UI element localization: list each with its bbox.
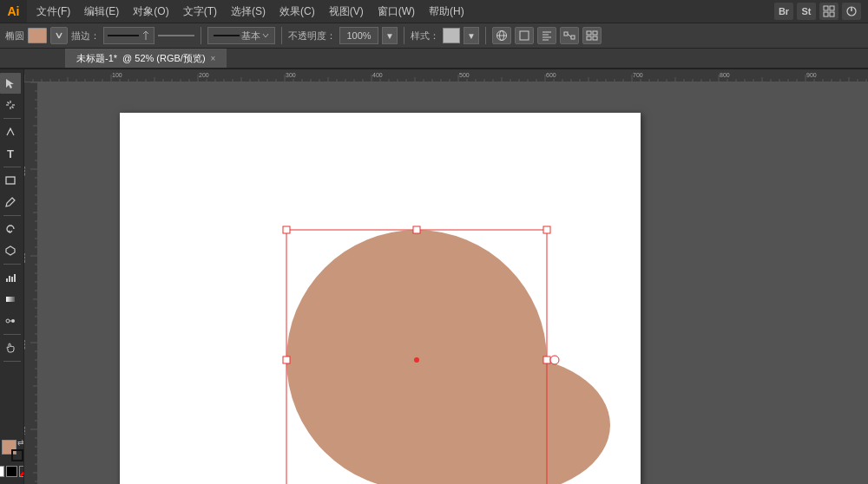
brush-tools (0, 192, 23, 213)
puppet-tools (0, 240, 23, 261)
menu-window[interactable]: 窗口(W) (372, 3, 421, 21)
svg-line-27 (8, 102, 10, 104)
selection-tool[interactable] (0, 73, 21, 94)
svg-point-48 (11, 319, 15, 323)
tab-bar: 未标题-1* @ 52% (RGB/预览) × (0, 49, 868, 69)
menu-file[interactable]: 文件(F) (30, 3, 76, 21)
gradient-eyedropper-tools (0, 289, 23, 310)
divider-1 (201, 27, 201, 44)
swap-colors-icon[interactable]: ⇄ (17, 438, 24, 447)
stroke-color-swatch[interactable] (11, 449, 23, 461)
transform-tools (0, 219, 23, 239)
default-stroke-swatch[interactable] (6, 466, 17, 477)
menu-bar: 文件(F) 编辑(E) 对象(O) 文字(T) 选择(S) 效果(C) 视图(V… (27, 0, 774, 23)
menu-effect[interactable]: 效果(C) (273, 3, 321, 21)
selection-tools (0, 73, 23, 94)
rect-outline-btn[interactable] (515, 27, 534, 44)
align-dist-btn[interactable] (560, 27, 579, 44)
svg-rect-20 (593, 31, 597, 35)
style-dropdown-btn[interactable]: ▼ (464, 27, 479, 44)
free-transform-tool[interactable] (0, 240, 21, 261)
svg-rect-40 (11, 277, 13, 282)
br-icon[interactable]: Br (774, 3, 793, 20)
svg-rect-16 (564, 32, 568, 36)
menu-object[interactable]: 对象(O) (127, 3, 174, 21)
svg-rect-19 (587, 31, 591, 35)
svg-text:900: 900 (806, 72, 817, 78)
fill-swatch[interactable] (28, 28, 47, 43)
basic-label: 基本 (241, 29, 260, 43)
svg-text:200: 200 (24, 252, 26, 263)
svg-rect-1 (830, 6, 834, 10)
magic-wand-tool[interactable] (0, 95, 21, 115)
basic-dropdown-icon (262, 32, 269, 39)
document-tab[interactable]: 未标题-1* @ 52% (RGB/预览) × (65, 49, 227, 68)
menu-edit[interactable]: 编辑(E) (78, 3, 125, 21)
menu-select[interactable]: 选择(S) (225, 3, 272, 21)
svg-text:200: 200 (199, 72, 209, 78)
divider-tools-5 (3, 334, 21, 335)
align-left-btn[interactable] (537, 27, 556, 44)
left-toolbar: T (0, 69, 24, 484)
blend-tools (0, 311, 23, 331)
type-tool[interactable]: T (0, 143, 21, 164)
canvas-area[interactable]: 100200300400500600700800900 100200300400… (24, 69, 868, 484)
svg-line-18 (568, 34, 571, 37)
menu-text[interactable]: 文字(T) (177, 3, 223, 21)
stroke-label: 描边： (71, 29, 100, 43)
options-bar: 椭圆 描边： 基本 不透明度： ▼ 样式： ▼ (0, 23, 868, 49)
svg-rect-0 (824, 6, 828, 10)
workspace-icon[interactable] (819, 3, 838, 20)
opacity-input[interactable] (339, 27, 378, 44)
rotate-tool[interactable] (0, 219, 21, 239)
svg-text:100: 100 (112, 72, 122, 78)
tab-close-btn[interactable]: × (211, 54, 216, 63)
globe-icon-btn[interactable] (492, 27, 511, 44)
title-bar: Ai 文件(F) 编辑(E) 对象(O) 文字(T) 选择(S) 效果(C) 视… (0, 0, 868, 23)
hand-tool[interactable] (0, 337, 21, 358)
tab-subtitle: @ 52% (RGB/预览) (122, 52, 206, 65)
color-swatches: ⇄ (0, 438, 24, 481)
blend-tool[interactable] (0, 311, 21, 331)
svg-rect-38 (6, 278, 8, 282)
artboard[interactable] (120, 113, 641, 484)
style-label: 样式： (411, 29, 439, 43)
svg-rect-41 (14, 274, 16, 282)
rectangle-tool[interactable] (0, 170, 21, 191)
default-fill-swatch[interactable] (0, 466, 4, 477)
power-icon[interactable] (842, 3, 861, 20)
shape-tools (0, 170, 23, 191)
ai-logo: Ai (0, 0, 27, 23)
ruler-horizontal: 100200300400500600700800900 (24, 69, 868, 82)
svg-text:600: 600 (546, 72, 556, 78)
ruler-h-svg: 100200300400500600700800900 (24, 69, 868, 82)
paintbrush-tool[interactable] (0, 192, 21, 213)
svg-text:100: 100 (24, 166, 26, 176)
divider-2 (281, 27, 282, 44)
divider-3 (404, 27, 404, 44)
menu-view[interactable]: 视图(V) (323, 3, 370, 21)
graph-mesh-tools (0, 267, 23, 288)
svg-rect-46 (6, 297, 15, 302)
svg-text:300: 300 (286, 72, 296, 78)
menu-help[interactable]: 帮助(H) (423, 3, 470, 21)
svg-rect-22 (593, 36, 597, 40)
more-btn[interactable] (582, 27, 602, 44)
opacity-label: 不透明度： (288, 29, 336, 43)
svg-text:800: 800 (720, 72, 730, 78)
fill-options-btn[interactable] (50, 27, 68, 44)
divider-tools-4 (3, 264, 21, 265)
pen-tools (0, 121, 23, 142)
ruler-vertical: 100200300400500 (24, 82, 37, 484)
opacity-dropdown-btn[interactable]: ▼ (382, 27, 398, 44)
hand-zoom-tools (0, 337, 23, 358)
ext-icons: Br St (774, 3, 868, 20)
column-graph-tool[interactable] (0, 267, 21, 288)
st-icon[interactable]: St (797, 3, 816, 20)
style-swatch[interactable] (443, 28, 460, 43)
type-tools: T (0, 143, 23, 164)
svg-rect-39 (9, 276, 10, 282)
pen-tool[interactable] (0, 121, 21, 142)
divider-tools-1 (3, 118, 21, 119)
gradient-tool[interactable] (0, 289, 21, 310)
